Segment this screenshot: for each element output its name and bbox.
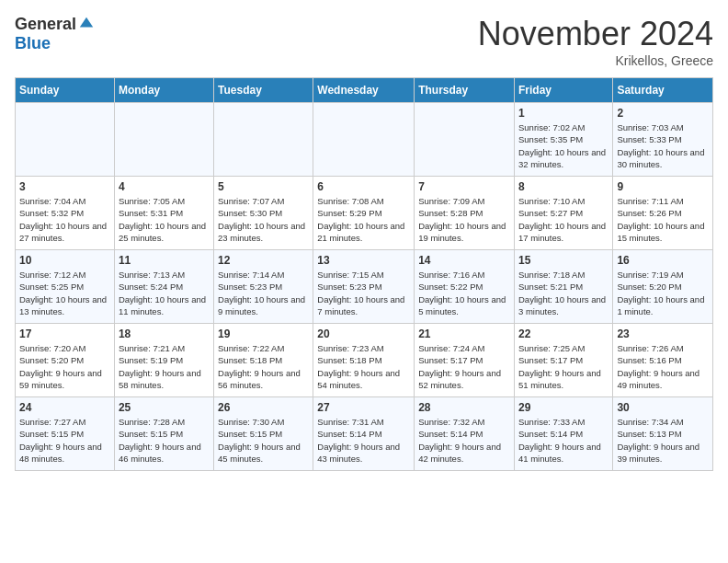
day-info: Sunrise: 7:25 AM Sunset: 5:17 PM Dayligh… <box>518 342 609 391</box>
day-info: Sunrise: 7:23 AM Sunset: 5:18 PM Dayligh… <box>317 342 410 391</box>
day-number: 4 <box>119 180 210 193</box>
location: Krikellos, Greece <box>478 53 713 68</box>
calendar-cell: 12Sunrise: 7:14 AM Sunset: 5:23 PM Dayli… <box>214 250 313 324</box>
calendar-cell: 18Sunrise: 7:21 AM Sunset: 5:19 PM Dayli… <box>114 324 213 397</box>
calendar-cell <box>114 103 213 177</box>
logo-general-text: General <box>15 15 76 34</box>
day-header-saturday: Saturday <box>613 78 713 103</box>
day-header-tuesday: Tuesday <box>214 78 313 103</box>
day-number: 16 <box>617 254 709 267</box>
calendar-cell: 15Sunrise: 7:18 AM Sunset: 5:21 PM Dayli… <box>514 250 612 324</box>
day-info: Sunrise: 7:13 AM Sunset: 5:24 PM Dayligh… <box>119 269 210 317</box>
day-header-thursday: Thursday <box>415 78 515 103</box>
calendar-cell: 25Sunrise: 7:28 AM Sunset: 5:15 PM Dayli… <box>114 397 213 471</box>
calendar-cell <box>415 103 515 177</box>
month-title: November 2024 <box>478 15 713 53</box>
calendar-cell: 8Sunrise: 7:10 AM Sunset: 5:27 PM Daylig… <box>514 177 612 250</box>
calendar-cell: 13Sunrise: 7:15 AM Sunset: 5:23 PM Dayli… <box>313 250 415 324</box>
calendar-cell: 4Sunrise: 7:05 AM Sunset: 5:31 PM Daylig… <box>114 177 213 250</box>
day-number: 5 <box>218 180 309 193</box>
day-info: Sunrise: 7:02 AM Sunset: 5:35 PM Dayligh… <box>518 121 609 170</box>
day-number: 14 <box>418 254 510 267</box>
calendar-cell: 19Sunrise: 7:22 AM Sunset: 5:18 PM Dayli… <box>214 324 313 397</box>
day-info: Sunrise: 7:15 AM Sunset: 5:23 PM Dayligh… <box>317 269 410 317</box>
calendar-cell: 22Sunrise: 7:25 AM Sunset: 5:17 PM Dayli… <box>514 324 612 397</box>
day-number: 10 <box>19 254 110 267</box>
calendar-week-row: 1Sunrise: 7:02 AM Sunset: 5:35 PM Daylig… <box>16 103 713 177</box>
day-header-monday: Monday <box>114 78 213 103</box>
calendar-cell: 17Sunrise: 7:20 AM Sunset: 5:20 PM Dayli… <box>16 324 115 397</box>
calendar-cell: 1Sunrise: 7:02 AM Sunset: 5:35 PM Daylig… <box>514 103 612 177</box>
day-number: 7 <box>418 180 510 193</box>
calendar-cell: 27Sunrise: 7:31 AM Sunset: 5:14 PM Dayli… <box>313 397 415 471</box>
day-number: 9 <box>617 180 709 193</box>
calendar-cell: 21Sunrise: 7:24 AM Sunset: 5:17 PM Dayli… <box>415 324 515 397</box>
day-header-friday: Friday <box>514 78 612 103</box>
calendar-cell: 10Sunrise: 7:12 AM Sunset: 5:25 PM Dayli… <box>16 250 115 324</box>
page-header: General Blue November 2024 Krikellos, Gr… <box>15 15 713 68</box>
day-info: Sunrise: 7:08 AM Sunset: 5:29 PM Dayligh… <box>317 195 410 244</box>
day-info: Sunrise: 7:19 AM Sunset: 5:20 PM Dayligh… <box>617 269 709 317</box>
calendar-cell: 7Sunrise: 7:09 AM Sunset: 5:28 PM Daylig… <box>415 177 515 250</box>
title-block: November 2024 Krikellos, Greece <box>478 15 713 68</box>
calendar-cell <box>16 103 115 177</box>
day-number: 2 <box>617 107 709 120</box>
day-info: Sunrise: 7:16 AM Sunset: 5:22 PM Dayligh… <box>418 269 510 317</box>
day-number: 12 <box>218 254 309 267</box>
day-info: Sunrise: 7:27 AM Sunset: 5:15 PM Dayligh… <box>19 416 110 465</box>
logo-blue-text: Blue <box>15 34 51 53</box>
day-info: Sunrise: 7:14 AM Sunset: 5:23 PM Dayligh… <box>218 269 309 317</box>
day-info: Sunrise: 7:33 AM Sunset: 5:14 PM Dayligh… <box>518 416 609 465</box>
day-info: Sunrise: 7:24 AM Sunset: 5:17 PM Dayligh… <box>418 342 510 391</box>
day-number: 3 <box>19 180 110 193</box>
logo: General Blue <box>15 15 95 53</box>
day-number: 1 <box>518 107 609 120</box>
calendar-week-row: 10Sunrise: 7:12 AM Sunset: 5:25 PM Dayli… <box>16 250 713 324</box>
calendar-cell: 28Sunrise: 7:32 AM Sunset: 5:14 PM Dayli… <box>415 397 515 471</box>
day-info: Sunrise: 7:10 AM Sunset: 5:27 PM Dayligh… <box>518 195 609 244</box>
day-number: 19 <box>218 327 309 340</box>
day-number: 22 <box>518 327 609 340</box>
calendar-cell: 20Sunrise: 7:23 AM Sunset: 5:18 PM Dayli… <box>313 324 415 397</box>
day-number: 27 <box>317 401 410 414</box>
day-number: 6 <box>317 180 410 193</box>
calendar-cell <box>313 103 415 177</box>
day-number: 25 <box>119 401 210 414</box>
day-info: Sunrise: 7:18 AM Sunset: 5:21 PM Dayligh… <box>518 269 609 317</box>
day-number: 11 <box>119 254 210 267</box>
day-info: Sunrise: 7:20 AM Sunset: 5:20 PM Dayligh… <box>19 342 110 391</box>
day-number: 29 <box>518 401 609 414</box>
day-info: Sunrise: 7:26 AM Sunset: 5:16 PM Dayligh… <box>617 342 709 391</box>
day-info: Sunrise: 7:31 AM Sunset: 5:14 PM Dayligh… <box>317 416 410 465</box>
day-info: Sunrise: 7:28 AM Sunset: 5:15 PM Dayligh… <box>119 416 210 465</box>
calendar-cell <box>214 103 313 177</box>
day-info: Sunrise: 7:11 AM Sunset: 5:26 PM Dayligh… <box>617 195 709 244</box>
calendar-cell: 2Sunrise: 7:03 AM Sunset: 5:33 PM Daylig… <box>613 103 713 177</box>
calendar-week-row: 3Sunrise: 7:04 AM Sunset: 5:32 PM Daylig… <box>16 177 713 250</box>
calendar-header-row: SundayMondayTuesdayWednesdayThursdayFrid… <box>16 78 713 103</box>
day-info: Sunrise: 7:32 AM Sunset: 5:14 PM Dayligh… <box>418 416 510 465</box>
day-number: 8 <box>518 180 609 193</box>
day-number: 28 <box>418 401 510 414</box>
day-number: 21 <box>418 327 510 340</box>
calendar-cell: 11Sunrise: 7:13 AM Sunset: 5:24 PM Dayli… <box>114 250 213 324</box>
calendar-cell: 3Sunrise: 7:04 AM Sunset: 5:32 PM Daylig… <box>16 177 115 250</box>
day-info: Sunrise: 7:04 AM Sunset: 5:32 PM Dayligh… <box>19 195 110 244</box>
calendar-week-row: 17Sunrise: 7:20 AM Sunset: 5:20 PM Dayli… <box>16 324 713 397</box>
day-number: 30 <box>617 401 709 414</box>
day-info: Sunrise: 7:22 AM Sunset: 5:18 PM Dayligh… <box>218 342 309 391</box>
day-info: Sunrise: 7:34 AM Sunset: 5:13 PM Dayligh… <box>617 416 709 465</box>
day-number: 13 <box>317 254 410 267</box>
day-number: 20 <box>317 327 410 340</box>
calendar-week-row: 24Sunrise: 7:27 AM Sunset: 5:15 PM Dayli… <box>16 397 713 471</box>
day-info: Sunrise: 7:03 AM Sunset: 5:33 PM Dayligh… <box>617 121 709 170</box>
day-number: 24 <box>19 401 110 414</box>
calendar-cell: 23Sunrise: 7:26 AM Sunset: 5:16 PM Dayli… <box>613 324 713 397</box>
calendar-cell: 6Sunrise: 7:08 AM Sunset: 5:29 PM Daylig… <box>313 177 415 250</box>
day-info: Sunrise: 7:09 AM Sunset: 5:28 PM Dayligh… <box>418 195 510 244</box>
day-number: 26 <box>218 401 309 414</box>
day-header-wednesday: Wednesday <box>313 78 415 103</box>
calendar-cell: 14Sunrise: 7:16 AM Sunset: 5:22 PM Dayli… <box>415 250 515 324</box>
day-number: 15 <box>518 254 609 267</box>
day-header-sunday: Sunday <box>16 78 115 103</box>
